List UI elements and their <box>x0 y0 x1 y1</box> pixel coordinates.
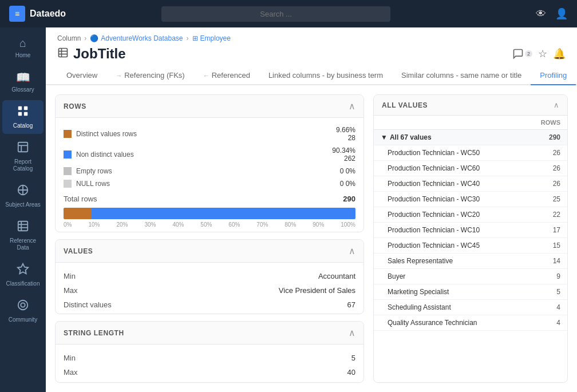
values-section: VALUES ∧ Min Accountant Max Vice Preside… <box>55 239 364 314</box>
sidebar-item-report-catalog[interactable]: Report Catalog <box>2 136 44 177</box>
null-values: 0 0% <box>340 180 355 188</box>
string-section-body: Min 5 Max 40 <box>56 345 363 383</box>
tabs: Overview → Referencing (FKs) ← Reference… <box>46 66 577 85</box>
all-values-collapse[interactable]: ∧ <box>554 101 559 109</box>
distinct-color <box>64 130 72 138</box>
sidebar-item-home[interactable]: ⌂ Home <box>2 32 44 64</box>
value-count: 26 <box>523 145 567 161</box>
string-section: STRING LENGTH ∧ Min 5 Max 40 <box>55 321 364 383</box>
bell-button[interactable]: 🔔 <box>553 47 566 60</box>
legend-row-nondistinct: Non distinct values 90.34% 262 <box>64 146 355 163</box>
group-label: ▼All 67 values <box>374 130 523 145</box>
list-item: Production Technician - WC6026 <box>374 161 567 176</box>
db-icon: 🔵 <box>90 34 98 42</box>
value-name: Production Technician - WC50 <box>374 145 523 161</box>
breadcrumb: Column › 🔵 AdventureWorks Database › ⊞ E… <box>57 34 566 42</box>
values-collapse-button[interactable]: ∧ <box>349 246 355 256</box>
sidebar-item-label: Home <box>15 52 31 59</box>
bar-nondistinct <box>92 208 355 219</box>
breadcrumb-table[interactable]: ⊞ Employee <box>192 34 231 42</box>
main-layout: ⌂ Home 📖 Glossary Catalog Report Catalog <box>0 27 577 392</box>
search-input[interactable] <box>161 6 390 22</box>
value-count: 26 <box>523 161 567 176</box>
svg-rect-15 <box>59 48 68 57</box>
tab-similar-columns[interactable]: Similar columns - same name or title <box>392 66 531 85</box>
distinct-pct: 9.66% <box>336 126 355 134</box>
sidebar-item-label: Classification <box>6 280 40 287</box>
str-max-label: Max <box>64 367 210 378</box>
breadcrumb-sep1: › <box>84 34 86 42</box>
empty-label: Empty rows <box>76 167 335 175</box>
sidebar-item-label: Community <box>9 316 38 323</box>
right-panel: ALL VALUES ∧ ROWS <box>373 94 568 383</box>
sidebar-item-classification[interactable]: Classification <box>2 258 44 292</box>
svg-rect-2 <box>18 112 22 116</box>
sidebar-item-label: Glossary <box>11 86 34 93</box>
null-pct: 0 0% <box>340 180 355 188</box>
breadcrumb-db[interactable]: 🔵 AdventureWorks Database <box>90 34 183 42</box>
value-count: 15 <box>523 238 567 254</box>
sidebar-item-catalog[interactable]: Catalog <box>2 100 44 134</box>
value-name: Production Technician - WC10 <box>374 223 523 238</box>
tab-referenced-label: Referenced <box>212 71 250 80</box>
nondistinct-label: Non distinct values <box>76 151 327 159</box>
distinct-count: 28 <box>348 134 355 142</box>
star-button[interactable]: ☆ <box>538 47 547 60</box>
tab-overview[interactable]: Overview <box>57 66 106 85</box>
value-name: Scheduling Assistant <box>374 300 523 315</box>
svg-rect-8 <box>18 221 28 231</box>
all-values-title: ALL VALUES <box>382 101 428 109</box>
rows-section-title: ROWS <box>64 102 86 110</box>
list-item: Buyer9 <box>374 269 567 284</box>
sidebar-item-label: Subject Areas <box>5 201 41 208</box>
sidebar-item-glossary[interactable]: 📖 Glossary <box>2 66 44 98</box>
svg-rect-3 <box>24 112 27 116</box>
list-item: Marketing Specialist5 <box>374 284 567 300</box>
values-section-title: VALUES <box>64 247 93 255</box>
empty-color <box>64 167 72 175</box>
sidebar-item-community[interactable]: Community <box>2 294 44 328</box>
string-section-title: STRING LENGTH <box>64 329 124 337</box>
reference-data-icon <box>17 220 29 235</box>
all-values-card: ALL VALUES ∧ ROWS <box>373 94 568 383</box>
value-name: Production Technician - WC20 <box>374 207 523 223</box>
tab-referencing-label: Referencing (FKs) <box>124 71 184 80</box>
sidebar-item-subject-areas[interactable]: Subject Areas <box>2 179 44 213</box>
nondistinct-values: 90.34% 262 <box>332 146 355 163</box>
eye-icon[interactable]: 👁 <box>536 8 546 20</box>
catalog-icon <box>17 105 29 120</box>
tab-linked-label: Linked columns - by business term <box>268 71 383 80</box>
value-count: 5 <box>523 284 567 300</box>
empty-pct: 0 0% <box>340 167 355 175</box>
value-name: Production Technician - WC45 <box>374 238 523 254</box>
left-panel: ROWS ∧ Distinct values rows 9.66% <box>55 94 364 383</box>
legend-row-empty: Empty rows 0 0% <box>64 167 355 175</box>
breadcrumb-sep2: › <box>187 34 189 42</box>
community-icon <box>17 299 29 314</box>
tab-linked-columns[interactable]: Linked columns - by business term <box>259 66 392 85</box>
tab-referenced[interactable]: ← Referenced <box>194 66 259 85</box>
tab-similar-label: Similar columns - same name or title <box>401 71 521 80</box>
rows-collapse-button[interactable]: ∧ <box>349 101 355 112</box>
comment-button[interactable]: 2 <box>512 48 532 60</box>
tab-profiling[interactable]: Profiling <box>531 66 576 85</box>
list-item: Scheduling Assistant4 <box>374 300 567 315</box>
col-rows-header: ROWS <box>523 116 567 130</box>
list-item: Production Technician - WC4026 <box>374 176 567 192</box>
nondistinct-color <box>64 151 72 159</box>
comment-count: 2 <box>525 50 532 57</box>
total-value: 290 <box>343 195 355 203</box>
all-values-header: ALL VALUES ∧ <box>374 95 567 116</box>
string-collapse-button[interactable]: ∧ <box>349 327 355 338</box>
value-name: Production Technician - WC30 <box>374 192 523 207</box>
topnav-actions: 👁 👤 <box>536 7 568 20</box>
rows-section-body: Distinct values rows 9.66% 28 Non distin… <box>56 118 363 232</box>
user-icon[interactable]: 👤 <box>555 7 568 20</box>
topnav: ≡ Dataedo 👁 👤 <box>0 0 577 27</box>
tab-referencing[interactable]: → Referencing (FKs) <box>106 66 193 85</box>
value-count: 9 <box>523 269 567 284</box>
sidebar: ⌂ Home 📖 Glossary Catalog Report Catalog <box>0 27 46 392</box>
page-title-row: JobTitle 2 ☆ 🔔 <box>57 46 566 66</box>
glossary-icon: 📖 <box>16 70 30 84</box>
sidebar-item-reference-data[interactable]: Reference Data <box>2 215 44 256</box>
